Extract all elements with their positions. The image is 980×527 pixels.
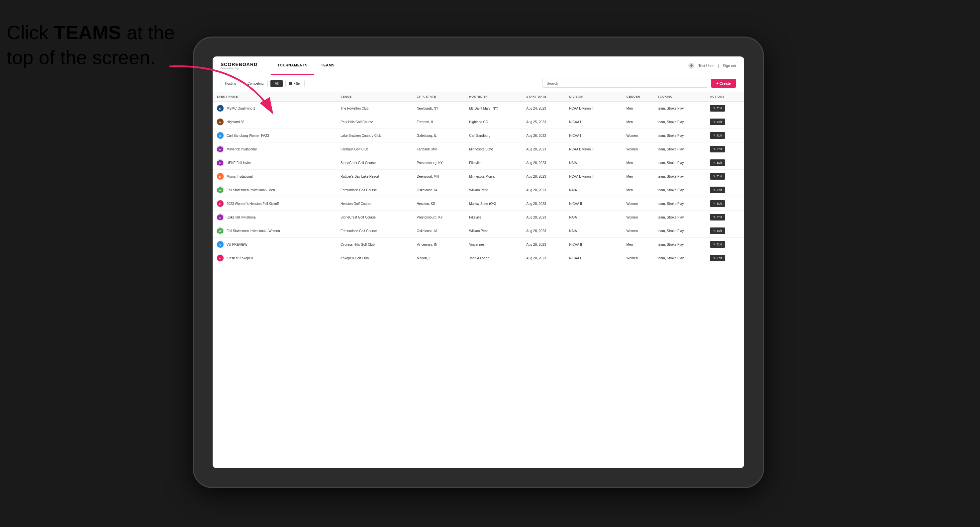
gender-cell: Men xyxy=(622,156,654,170)
venue-cell: StoneCrest Golf Course xyxy=(337,156,413,170)
edit-button[interactable]: ✎ Edit xyxy=(710,200,725,207)
city-cell: Deerwood, MN xyxy=(413,170,465,183)
tournaments-table: EVENT NAME VENUE CITY, STATE HOSTED BY S… xyxy=(213,92,744,265)
event-name-cell: V VU PREVIEW xyxy=(213,238,337,251)
actions-cell: ✎ Edit xyxy=(706,197,744,211)
table-container: EVENT NAME VENUE CITY, STATE HOSTED BY S… xyxy=(213,92,744,468)
event-name-cell: W Fall Statesmen Invitational - Women xyxy=(213,224,337,238)
team-logo: M xyxy=(216,146,224,153)
venue-cell: Cypress Hills Golf Club xyxy=(337,238,413,251)
scoring-cell: team, Stroke Play xyxy=(654,251,706,265)
start-date-cell: Aug 28, 2023 xyxy=(522,224,565,238)
hosted-by-cell: Pikeville xyxy=(465,156,522,170)
edit-button[interactable]: ✎ Edit xyxy=(710,241,725,248)
gender-cell: Women xyxy=(622,129,654,143)
svg-text:H: H xyxy=(219,203,221,206)
team-logo: C xyxy=(216,132,224,139)
search-input[interactable] xyxy=(542,79,708,88)
table-row: K Klash at Kokopelli Kokopelli Golf Club… xyxy=(213,251,744,265)
team-logo: V xyxy=(216,241,224,248)
start-date-cell: Aug 28, 2023 xyxy=(522,251,565,265)
event-name: Fall Statesmen Invitational - Women xyxy=(227,229,280,233)
event-name-cell: M Maverick Invitational xyxy=(213,143,337,156)
tab-teams[interactable]: TEAMS xyxy=(314,56,341,75)
nav-right: ⚙ Test User | Sign out xyxy=(688,63,736,69)
event-name-cell: W Fall Statesmen Invitational - Men xyxy=(213,183,337,197)
gender-cell: Men xyxy=(622,238,654,251)
actions-cell: ✎ Edit xyxy=(706,115,744,129)
col-header-scoring: SCORING xyxy=(654,92,706,102)
division-cell: NICAA I xyxy=(565,115,622,129)
gender-cell: Men xyxy=(622,170,654,183)
arrow-indicator xyxy=(159,60,292,126)
table-row: M Maverick Invitational Faribault Golf C… xyxy=(213,143,744,156)
tablet-screen: SCOREBOARD Powered by clippit TOURNAMENT… xyxy=(213,56,744,468)
event-name: Carl Sandburg Women FA23 xyxy=(227,134,269,138)
table-row: M MSMC Qualifying 1 The Powelton Club Ne… xyxy=(213,102,744,115)
scoring-cell: team, Stroke Play xyxy=(654,115,706,129)
event-name-cell: U UPKE Fall Invite xyxy=(213,156,337,170)
venue-cell: Ruttger's Bay Lake Resort xyxy=(337,170,413,183)
scoring-cell: team, Stroke Play xyxy=(654,156,706,170)
event-name: VU PREVIEW xyxy=(227,243,248,246)
edit-button[interactable]: ✎ Edit xyxy=(710,159,725,166)
team-logo: U xyxy=(216,214,224,221)
edit-button[interactable]: ✎ Edit xyxy=(710,227,725,234)
edit-button[interactable]: ✎ Edit xyxy=(710,187,725,193)
actions-cell: ✎ Edit xyxy=(706,183,744,197)
sign-out-link[interactable]: Sign out xyxy=(723,64,736,68)
division-cell: NAIA xyxy=(565,183,622,197)
table-row: V VU PREVIEW Cypress Hills Golf Club Vin… xyxy=(213,238,744,251)
team-logo: K xyxy=(216,254,224,262)
start-date-cell: Aug 28, 2023 xyxy=(522,143,565,156)
edit-button[interactable]: ✎ Edit xyxy=(710,105,725,111)
scoring-cell: team, Stroke Play xyxy=(654,170,706,183)
hosted-by-cell: John A Logan xyxy=(465,251,522,265)
edit-button[interactable]: ✎ Edit xyxy=(710,132,725,139)
actions-cell: ✎ Edit xyxy=(706,102,744,115)
col-header-division: DIVISION xyxy=(565,92,622,102)
venue-cell: Edmundson Golf Course xyxy=(337,183,413,197)
table-row: U upike fall invitational StoneCrest Gol… xyxy=(213,211,744,224)
city-cell: Oskaloosa, IA xyxy=(413,183,465,197)
city-cell: Hesston, KS xyxy=(413,197,465,211)
city-cell: Faribault, MN xyxy=(413,143,465,156)
svg-text:V: V xyxy=(219,243,221,246)
svg-text:U: U xyxy=(219,162,221,165)
edit-button[interactable]: ✎ Edit xyxy=(710,119,725,125)
hosted-by-cell: William Penn xyxy=(465,183,522,197)
edit-button[interactable]: ✎ Edit xyxy=(710,255,725,261)
svg-text:W: W xyxy=(219,189,221,192)
gender-cell: Women xyxy=(622,143,654,156)
svg-text:W: W xyxy=(219,230,221,233)
city-cell: Freeport, IL xyxy=(413,115,465,129)
edit-button[interactable]: ✎ Edit xyxy=(710,146,725,152)
start-date-cell: Aug 24, 2023 xyxy=(522,102,565,115)
scoring-cell: team, Stroke Play xyxy=(654,102,706,115)
col-header-date: START DATE xyxy=(522,92,565,102)
edit-button[interactable]: ✎ Edit xyxy=(710,173,725,179)
create-button[interactable]: + Create xyxy=(711,79,736,88)
team-logo: W xyxy=(216,186,224,194)
edit-button[interactable]: ✎ Edit xyxy=(710,214,725,221)
event-name: 2023 Women's Hesston Fall Kickoff xyxy=(227,202,279,206)
division-cell: NAIA xyxy=(565,156,622,170)
venue-cell: Edmundson Golf Course xyxy=(337,224,413,238)
venue-cell: StoneCrest Golf Course xyxy=(337,211,413,224)
gender-cell: Women xyxy=(622,251,654,265)
table-row: W Fall Statesmen Invitational - Women Ed… xyxy=(213,224,744,238)
table-header-row: EVENT NAME VENUE CITY, STATE HOSTED BY S… xyxy=(213,92,744,102)
table-row: H 2023 Women's Hesston Fall Kickoff Hess… xyxy=(213,197,744,211)
scoring-cell: team, Stroke Play xyxy=(654,238,706,251)
svg-text:C: C xyxy=(219,135,221,138)
table-row: H Highland 36 Park Hills Golf Course Fre… xyxy=(213,115,744,129)
scoring-cell: team, Stroke Play xyxy=(654,143,706,156)
event-name: Fall Statesmen Invitational - Men xyxy=(227,188,275,192)
settings-icon[interactable]: ⚙ xyxy=(688,63,694,69)
event-name-cell: K Klash at Kokopelli xyxy=(213,251,337,265)
svg-text:K: K xyxy=(219,257,221,260)
division-cell: NAIA xyxy=(565,211,622,224)
scoring-cell: team, Stroke Play xyxy=(654,129,706,143)
event-name-cell: U upike fall invitational xyxy=(213,211,337,224)
city-cell: Marion, IL xyxy=(413,251,465,265)
